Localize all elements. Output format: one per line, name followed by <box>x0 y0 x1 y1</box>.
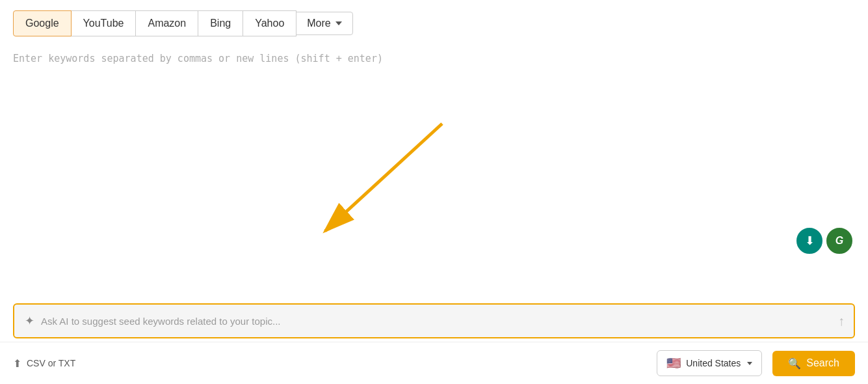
chevron-down-icon <box>335 21 342 25</box>
country-flag: 🇺🇸 <box>666 356 681 370</box>
csv-label-text: CSV or TXT <box>27 358 75 368</box>
teal-icon-symbol: ⬇ <box>805 234 815 248</box>
ai-input-inner: ✦ Ask AI to suggest seed keywords relate… <box>14 305 838 337</box>
green-icon-symbol: G <box>835 235 843 247</box>
country-name: United States <box>686 358 741 368</box>
ai-input-placeholder-text: Ask AI to suggest seed keywords related … <box>41 316 281 327</box>
tab-amazon[interactable]: Amazon <box>135 10 198 36</box>
sparkle-icon: ✦ <box>25 314 34 328</box>
csv-upload-button[interactable]: ⬆ CSV or TXT <box>13 357 75 370</box>
main-container: Google YouTube Amazon Bing Yahoo More ⬇ … <box>0 0 868 384</box>
bottom-bar: ⬆ CSV or TXT 🇺🇸 United States 🔍 Search <box>0 342 868 384</box>
country-chevron-icon <box>747 362 752 365</box>
tab-google[interactable]: Google <box>13 10 72 36</box>
csv-upload-icon: ⬆ <box>13 357 21 370</box>
tab-more[interactable]: More <box>296 12 352 35</box>
search-button[interactable]: 🔍 Search <box>772 351 855 376</box>
tabs-row: Google YouTube Amazon Bing Yahoo More <box>13 10 855 36</box>
search-button-icon: 🔍 <box>788 357 801 370</box>
search-button-label: Search <box>806 357 839 369</box>
country-selector[interactable]: 🇺🇸 United States <box>657 350 762 376</box>
ai-input-section: ✦ Ask AI to suggest seed keywords relate… <box>13 303 855 338</box>
green-icon-button[interactable]: G <box>826 228 852 254</box>
submit-arrow-icon[interactable]: ↑ <box>838 314 845 329</box>
tab-yahoo[interactable]: Yahoo <box>243 10 296 36</box>
tab-bing[interactable]: Bing <box>198 10 243 36</box>
more-label: More <box>307 18 330 29</box>
teal-icon-button[interactable]: ⬇ <box>796 228 822 254</box>
floating-icons-group: ⬇ G <box>796 228 852 254</box>
tab-youtube[interactable]: YouTube <box>71 10 137 36</box>
